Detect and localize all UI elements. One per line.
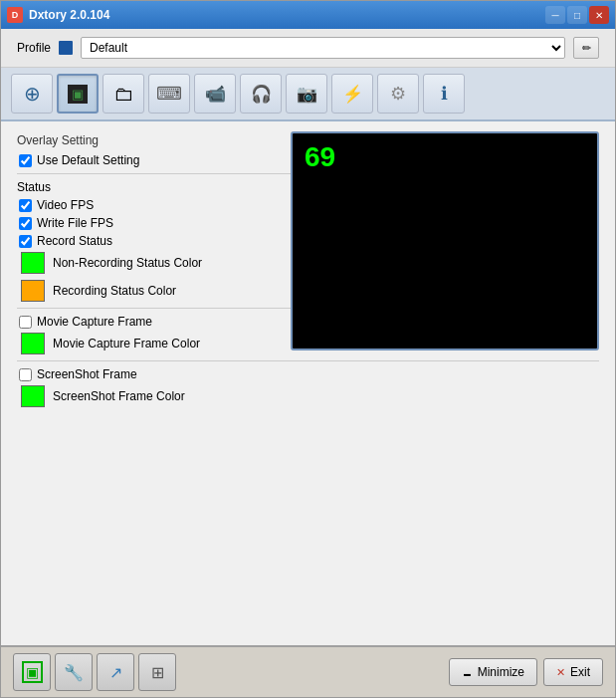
exit-label: Exit	[570, 665, 590, 679]
wrench-icon: 🔧	[64, 663, 84, 682]
profile-label: Profile	[17, 41, 51, 55]
toolbar-settings-button[interactable]: ⚙	[377, 74, 419, 114]
screenshot-frame-checkbox[interactable]	[19, 368, 32, 381]
toolbar-keyboard-button[interactable]: ⌨	[148, 74, 190, 114]
profile-bar: Profile Default ✏	[1, 29, 615, 68]
grid-icon: ⊞	[151, 663, 164, 682]
movie-capture-frame-checkbox[interactable]	[19, 316, 32, 329]
movie-capture-color-swatch[interactable]	[21, 333, 45, 354]
camera-icon: 📷	[297, 84, 317, 105]
record-frame-icon: ▣	[22, 661, 43, 683]
bottom-grid-button[interactable]: ⊞	[138, 653, 176, 691]
minimize-button[interactable]: ─	[545, 6, 565, 24]
maximize-button[interactable]: □	[567, 6, 587, 24]
recording-color-label: Recording Status Color	[53, 284, 176, 298]
write-file-fps-checkbox[interactable]	[19, 217, 32, 230]
use-default-checkbox[interactable]	[19, 154, 32, 167]
profile-edit-button[interactable]: ✏	[573, 37, 599, 59]
toolbar-video-button[interactable]: 📹	[194, 74, 236, 114]
export-icon: ↗	[109, 663, 122, 682]
screenshot-frame-label: ScreenShot Frame	[37, 367, 137, 381]
non-recording-color-label: Non-Recording Status Color	[53, 256, 202, 270]
target-icon: ⊕	[24, 82, 41, 106]
movie-capture-frame-label: Movie Capture Frame	[37, 315, 152, 329]
write-file-fps-label: Write File FPS	[37, 216, 113, 230]
video-fps-label: Video FPS	[37, 198, 94, 212]
preview-box: 69	[291, 131, 599, 350]
screenshot-color-label: ScreenShot Frame Color	[53, 389, 185, 403]
app-icon: D	[7, 7, 23, 23]
exit-icon: ✕	[556, 666, 565, 679]
record-status-label: Record Status	[37, 234, 112, 248]
bottom-wrench-button[interactable]: 🔧	[55, 653, 93, 691]
screenshot-color-swatch[interactable]	[21, 385, 45, 407]
toolbar-folder-button[interactable]: 🗀	[103, 74, 144, 114]
toolbar-target-button[interactable]: ⊕	[11, 74, 53, 114]
minimize-icon: 🗕	[462, 666, 473, 678]
bottom-export-button[interactable]: ↗	[97, 653, 134, 691]
toolbar-chip-button[interactable]: ⚡	[331, 74, 373, 114]
toolbar-audio-button[interactable]: 🎧	[240, 74, 282, 114]
minimize-button[interactable]: 🗕 Minimize	[449, 658, 537, 686]
window-title: Dxtory 2.0.104	[29, 8, 109, 22]
use-default-label: Use Default Setting	[37, 153, 139, 167]
main-window: D Dxtory 2.0.104 ─ □ ✕ Profile Default ✏…	[0, 0, 616, 698]
monitor-icon: ▣	[68, 85, 88, 104]
folder-icon: 🗀	[113, 83, 133, 106]
bottom-record-button[interactable]: ▣	[13, 653, 51, 691]
bottom-bar: ▣ 🔧 ↗ ⊞ 🗕 Minimize ✕ Exit	[1, 645, 615, 697]
bottom-actions: 🗕 Minimize ✕ Exit	[449, 658, 603, 686]
toolbar-monitor-button[interactable]: ▣	[57, 74, 99, 114]
info-icon: ℹ	[441, 83, 448, 105]
title-bar-left: D Dxtory 2.0.104	[7, 7, 109, 23]
keyboard-icon: ⌨	[156, 83, 182, 105]
settings-icon: ⚙	[390, 83, 406, 105]
audio-icon: 🎧	[251, 84, 272, 105]
bottom-tools: ▣ 🔧 ↗ ⊞	[13, 653, 176, 691]
screenshot-color-row: ScreenShot Frame Color	[17, 385, 599, 407]
minimize-label: Minimize	[478, 665, 524, 679]
profile-select[interactable]: Default	[81, 37, 565, 59]
video-fps-checkbox[interactable]	[19, 199, 32, 212]
title-bar: D Dxtory 2.0.104 ─ □ ✕	[1, 1, 615, 29]
toolbar-info-button[interactable]: ℹ	[423, 74, 465, 114]
preview-fps-number: 69	[305, 141, 335, 173]
toolbar-camera-button[interactable]: 📷	[286, 74, 327, 114]
exit-button[interactable]: ✕ Exit	[543, 658, 603, 686]
content-area: 69 Overlay Setting Use Default Setting S…	[1, 121, 615, 645]
recording-color-swatch[interactable]	[21, 280, 45, 302]
toolbar: ⊕ ▣ 🗀 ⌨ 📹 🎧 📷 ⚡ ⚙ ℹ	[1, 68, 615, 121]
divider-3	[17, 360, 599, 361]
chip-icon: ⚡	[342, 84, 363, 105]
record-status-checkbox[interactable]	[19, 235, 32, 248]
movie-capture-color-label: Movie Capture Frame Color	[53, 337, 200, 350]
profile-icon	[59, 41, 73, 55]
video-icon: 📹	[205, 84, 226, 105]
screenshot-frame-row: ScreenShot Frame	[17, 367, 599, 381]
title-buttons: ─ □ ✕	[545, 6, 609, 24]
non-recording-color-swatch[interactable]	[21, 252, 45, 274]
close-button[interactable]: ✕	[589, 6, 609, 24]
